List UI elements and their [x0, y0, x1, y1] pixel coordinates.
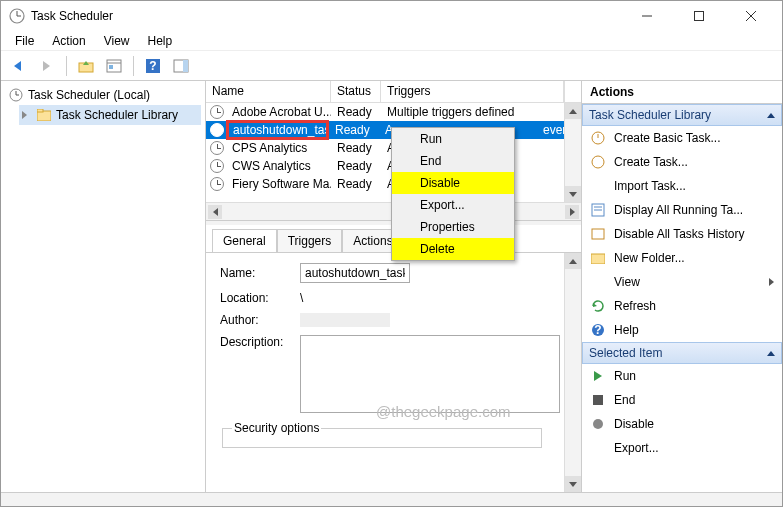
description-label: Description:	[220, 335, 300, 349]
ctx-end[interactable]: End	[392, 150, 514, 172]
name-field[interactable]	[300, 263, 410, 283]
location-label: Location:	[220, 291, 300, 305]
tab-general[interactable]: General	[212, 229, 277, 252]
run-icon	[590, 368, 606, 384]
minimize-button[interactable]	[628, 2, 666, 30]
menubar: File Action View Help	[1, 31, 782, 51]
back-button[interactable]	[7, 54, 31, 78]
task-icon	[210, 141, 224, 155]
task-status: Ready	[331, 105, 381, 119]
ctx-properties[interactable]: Properties	[392, 216, 514, 238]
close-button[interactable]	[732, 2, 770, 30]
maximize-button[interactable]	[680, 2, 718, 30]
action-label: Export...	[614, 441, 659, 455]
ctx-export[interactable]: Export...	[392, 194, 514, 216]
action-label: Display All Running Ta...	[614, 203, 743, 217]
author-label: Author:	[220, 313, 300, 327]
vertical-scrollbar[interactable]	[564, 103, 581, 202]
tree-library[interactable]: Task Scheduler Library	[19, 105, 201, 125]
task-name: Adobe Acrobat U...	[226, 105, 331, 119]
task-header: Name Status Triggers	[206, 81, 581, 103]
menu-action[interactable]: Action	[44, 32, 93, 50]
svg-text:?: ?	[149, 59, 156, 73]
history-icon	[590, 226, 606, 242]
tab-triggers[interactable]: Triggers	[277, 229, 343, 252]
folder-icon	[36, 107, 52, 123]
action-disable-history[interactable]: Disable All Tasks History	[582, 222, 782, 246]
help-button[interactable]: ?	[141, 54, 165, 78]
action-new-folder[interactable]: New Folder...	[582, 246, 782, 270]
actions-pane: Actions Task Scheduler Library Create Ba…	[582, 81, 782, 492]
action-display-running[interactable]: Display All Running Ta...	[582, 198, 782, 222]
action-label: View	[614, 275, 640, 289]
task-status: Ready	[331, 159, 381, 173]
status-bar	[1, 492, 782, 507]
action-label: Disable	[614, 417, 654, 431]
forward-button[interactable]	[35, 54, 59, 78]
menu-help[interactable]: Help	[140, 32, 181, 50]
action-label: Run	[614, 369, 636, 383]
ctx-disable[interactable]: Disable	[392, 172, 514, 194]
task-row[interactable]: Adobe Acrobat U... Ready Multiple trigge…	[206, 103, 581, 121]
action-help[interactable]: ?Help	[582, 318, 782, 342]
action-label: End	[614, 393, 635, 407]
properties-button[interactable]	[102, 54, 126, 78]
task-name: Fiery Software Ma...	[226, 177, 331, 191]
description-field[interactable]	[300, 335, 560, 413]
action-label: Help	[614, 323, 639, 337]
author-value	[300, 313, 390, 327]
svg-rect-14	[183, 60, 188, 72]
pane-button[interactable]	[169, 54, 193, 78]
task-name: CWS Analytics	[226, 159, 331, 173]
svg-rect-26	[592, 229, 604, 239]
col-status[interactable]: Status	[331, 81, 381, 102]
ctx-run[interactable]: Run	[392, 128, 514, 150]
action-export[interactable]: Export...	[582, 436, 782, 460]
folder-icon	[590, 250, 606, 266]
ctx-delete[interactable]: Delete	[392, 238, 514, 260]
tree-root[interactable]: Task Scheduler (Local)	[5, 85, 201, 105]
menu-view[interactable]: View	[96, 32, 138, 50]
vertical-scrollbar[interactable]	[564, 253, 581, 492]
svg-rect-27	[591, 254, 605, 264]
expand-icon[interactable]	[22, 111, 32, 119]
action-create-basic-task[interactable]: Create Basic Task...	[582, 126, 782, 150]
help-icon: ?	[590, 322, 606, 338]
col-triggers[interactable]: Triggers	[381, 81, 564, 102]
action-label: Import Task...	[614, 179, 686, 193]
actions-section-library[interactable]: Task Scheduler Library	[582, 104, 782, 126]
svg-point-31	[593, 419, 603, 429]
task-triggers: Multiple triggers defined	[381, 105, 520, 119]
action-disable[interactable]: Disable	[582, 412, 782, 436]
window-title: Task Scheduler	[31, 9, 113, 23]
action-create-task[interactable]: Create Task...	[582, 150, 782, 174]
blank-icon	[590, 274, 606, 290]
blank-icon	[590, 440, 606, 456]
col-name[interactable]: Name	[206, 81, 331, 102]
task-name: autoshutdown_task	[226, 120, 329, 140]
action-end[interactable]: End	[582, 388, 782, 412]
folder-up-button[interactable]	[74, 54, 98, 78]
collapse-icon[interactable]	[767, 351, 775, 356]
svg-text:?: ?	[594, 323, 601, 337]
menu-file[interactable]: File	[7, 32, 42, 50]
security-legend: Security options	[232, 421, 321, 435]
refresh-icon	[590, 298, 606, 314]
collapse-icon[interactable]	[767, 113, 775, 118]
action-run[interactable]: Run	[582, 364, 782, 388]
action-refresh[interactable]: Refresh	[582, 294, 782, 318]
tree-root-label: Task Scheduler (Local)	[28, 88, 150, 102]
context-menu: Run End Disable Export... Properties Del…	[391, 127, 515, 261]
toolbar: ?	[1, 51, 782, 81]
tree-pane: Task Scheduler (Local) Task Scheduler Li…	[1, 81, 206, 492]
svg-rect-30	[593, 395, 603, 405]
action-view[interactable]: View	[582, 270, 782, 294]
clock-icon	[8, 87, 24, 103]
submenu-icon	[769, 278, 774, 286]
action-import-task[interactable]: Import Task...	[582, 174, 782, 198]
name-label: Name:	[220, 266, 300, 280]
actions-section-selected[interactable]: Selected Item	[582, 342, 782, 364]
blank-icon	[590, 178, 606, 194]
svg-rect-19	[37, 109, 43, 112]
app-icon	[9, 8, 25, 24]
